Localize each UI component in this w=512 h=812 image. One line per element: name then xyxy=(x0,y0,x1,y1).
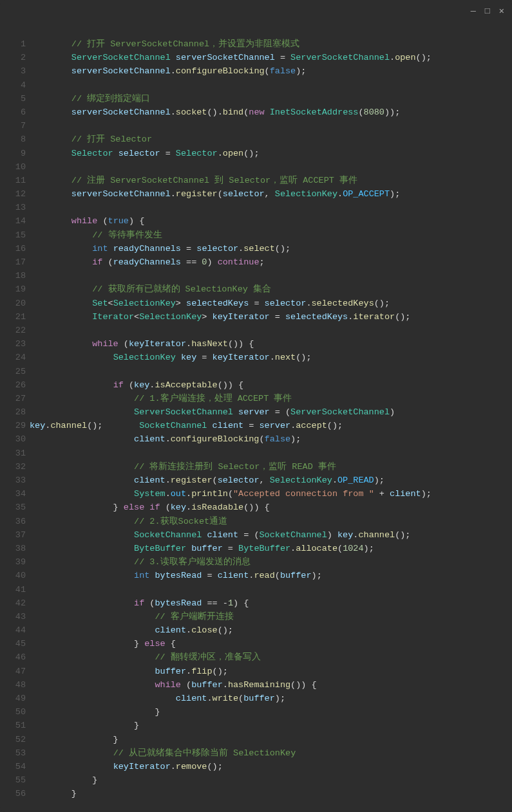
code-line[interactable]: // 1.客户端连接，处理 ACCEPT 事件 xyxy=(30,392,512,405)
code-line[interactable]: } xyxy=(30,705,512,719)
line-number: 20 xyxy=(0,297,26,310)
code-line[interactable]: // 客户端断开连接 xyxy=(30,610,512,623)
maximize-icon[interactable]: □ xyxy=(485,5,490,18)
line-number: 26 xyxy=(0,378,26,392)
line-number: 3 xyxy=(0,64,26,78)
line-number: 37 xyxy=(0,528,26,542)
code-line[interactable] xyxy=(30,583,512,596)
code-line[interactable]: // 翻转缓冲区，准备写入 xyxy=(30,651,512,664)
code-line[interactable]: // 从已就绪集合中移除当前 SelectionKey xyxy=(30,746,512,760)
code-line[interactable] xyxy=(30,201,512,214)
code-line[interactable] xyxy=(30,269,512,282)
code-line[interactable]: ServerSocketChannel server = (ServerSock… xyxy=(30,405,512,419)
line-number: 40 xyxy=(0,569,26,582)
code-line[interactable]: // 获取所有已就绪的 SelectionKey 集合 xyxy=(30,282,512,296)
line-number: 23 xyxy=(0,337,26,351)
code-area[interactable]: // 打开 ServerSocketChannel，并设置为非阻塞模式 Serv… xyxy=(30,37,512,801)
line-number: 15 xyxy=(0,228,26,242)
line-number: 11 xyxy=(0,174,26,187)
code-line[interactable]: // 3.读取客户端发送的消息 xyxy=(30,555,512,569)
code-line[interactable]: serverSocketChannel.configureBlocking(fa… xyxy=(30,64,512,78)
code-editor[interactable]: 1234567891011121314151617181920212223242… xyxy=(0,23,512,801)
code-line[interactable]: ServerSocketChannel serverSocketChannel … xyxy=(30,51,512,64)
code-line[interactable]: while (buffer.hasRemaining()) { xyxy=(30,678,512,692)
code-line[interactable] xyxy=(30,365,512,378)
code-line[interactable]: Selector selector = Selector.open(); xyxy=(30,147,512,160)
line-number: 14 xyxy=(0,214,26,228)
line-number: 51 xyxy=(0,719,26,732)
code-line[interactable]: // 2.获取Socket通道 xyxy=(30,515,512,528)
code-line[interactable] xyxy=(30,78,512,92)
line-number: 29 xyxy=(0,419,26,432)
code-line[interactable]: client.register(selector, SelectionKey.O… xyxy=(30,474,512,487)
code-line[interactable]: Iterator<SelectionKey> keyIterator = sel… xyxy=(30,310,512,324)
line-number: 33 xyxy=(0,474,26,487)
line-number: 39 xyxy=(0,555,26,569)
code-line[interactable] xyxy=(30,160,512,174)
line-number: 55 xyxy=(0,773,26,787)
line-number: 41 xyxy=(0,583,26,596)
code-line[interactable]: } else { xyxy=(30,637,512,651)
code-line[interactable]: // 注册 ServerSocketChannel 到 Selector，监听 … xyxy=(30,174,512,187)
line-number: 43 xyxy=(0,610,26,623)
line-number: 54 xyxy=(0,760,26,773)
code-line[interactable]: } else if (key.isReadable()) { xyxy=(30,501,512,514)
code-line[interactable]: if (key.isAcceptable()) { xyxy=(30,378,512,392)
code-line[interactable]: } xyxy=(30,773,512,787)
code-line[interactable]: // 等待事件发生 xyxy=(30,228,512,242)
minimize-icon[interactable]: — xyxy=(471,5,476,18)
code-line[interactable]: SocketChannel client = (SocketChannel) k… xyxy=(30,528,512,542)
line-number: 19 xyxy=(0,282,26,296)
code-line[interactable]: client.write(buffer); xyxy=(30,692,512,705)
line-number: 18 xyxy=(0,269,26,282)
code-line[interactable]: while (true) { xyxy=(30,214,512,228)
code-line[interactable]: } xyxy=(30,733,512,746)
line-number: 5 xyxy=(0,92,26,106)
code-line[interactable]: } xyxy=(30,787,512,800)
code-line[interactable]: serverSocketChannel.register(selector, S… xyxy=(30,187,512,201)
code-line[interactable]: int readyChannels = selector.select(); xyxy=(30,242,512,255)
code-line[interactable]: // 将新连接注册到 Selector，监听 READ 事件 xyxy=(30,460,512,474)
line-number: 46 xyxy=(0,651,26,664)
line-number: 12 xyxy=(0,187,26,201)
line-number: 53 xyxy=(0,746,26,760)
titlebar: — □ ✕ xyxy=(0,0,512,23)
code-line[interactable] xyxy=(30,119,512,133)
code-line[interactable] xyxy=(30,324,512,337)
line-number: 22 xyxy=(0,324,26,337)
code-line[interactable]: serverSocketChannel.socket().bind(new In… xyxy=(30,106,512,119)
code-line[interactable]: if (readyChannels == 0) continue; xyxy=(30,255,512,269)
code-line[interactable]: keyIterator.remove(); xyxy=(30,760,512,773)
line-number: 17 xyxy=(0,255,26,269)
close-icon[interactable]: ✕ xyxy=(499,5,504,18)
line-number: 32 xyxy=(0,460,26,474)
editor-window: — □ ✕ 1234567891011121314151617181920212… xyxy=(0,0,512,812)
code-line[interactable]: // 打开 Selector xyxy=(30,133,512,146)
code-line[interactable]: int bytesRead = client.read(buffer); xyxy=(30,569,512,582)
line-number: 35 xyxy=(0,501,26,514)
line-number: 9 xyxy=(0,147,26,160)
line-number: 31 xyxy=(0,447,26,460)
code-line[interactable]: client.configureBlocking(false); xyxy=(30,432,512,446)
line-number: 6 xyxy=(0,106,26,119)
line-number: 50 xyxy=(0,705,26,719)
code-line[interactable]: // 绑定到指定端口 xyxy=(30,92,512,106)
code-line[interactable]: System.out.println("Accepted connection … xyxy=(30,487,512,501)
code-line[interactable]: ByteBuffer buffer = ByteBuffer.allocate(… xyxy=(30,542,512,555)
code-line[interactable]: while (keyIterator.hasNext()) { xyxy=(30,337,512,351)
code-line[interactable]: buffer.flip(); xyxy=(30,665,512,678)
code-line[interactable] xyxy=(30,447,512,460)
code-line[interactable]: } xyxy=(30,719,512,732)
code-line[interactable]: client.close(); xyxy=(30,623,512,637)
code-line[interactable]: key.channel(); SocketChannel client = se… xyxy=(30,419,512,432)
line-number-gutter: 1234567891011121314151617181920212223242… xyxy=(0,37,30,801)
line-number: 13 xyxy=(0,201,26,214)
code-line[interactable]: if (bytesRead == -1) { xyxy=(30,596,512,610)
code-line[interactable]: SelectionKey key = keyIterator.next(); xyxy=(30,351,512,364)
code-line[interactable]: Set<SelectionKey> selectedKeys = selecto… xyxy=(30,297,512,310)
line-number: 7 xyxy=(0,119,26,133)
line-number: 36 xyxy=(0,515,26,528)
line-number: 2 xyxy=(0,51,26,64)
line-number: 45 xyxy=(0,637,26,651)
code-line[interactable]: // 打开 ServerSocketChannel，并设置为非阻塞模式 xyxy=(30,37,512,51)
